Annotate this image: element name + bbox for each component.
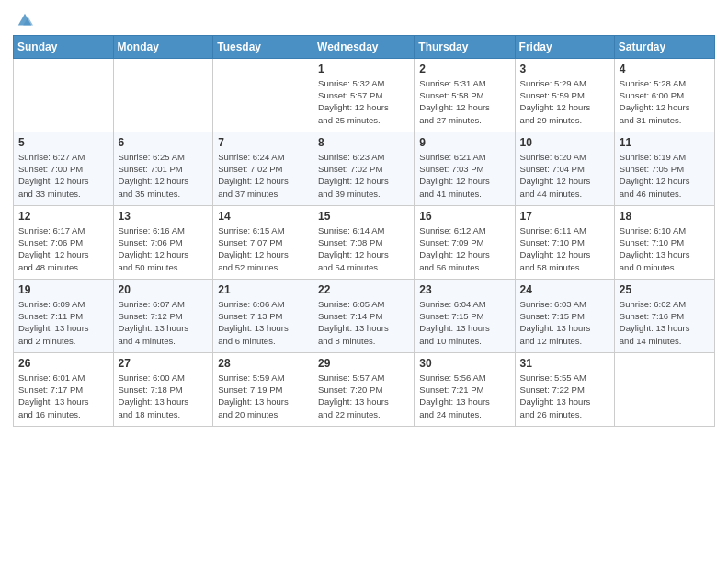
- day-info: Sunrise: 5:59 AM Sunset: 7:19 PM Dayligh…: [218, 372, 308, 420]
- calendar-table: SundayMondayTuesdayWednesdayThursdayFrid…: [13, 35, 715, 427]
- day-info: Sunrise: 6:03 AM Sunset: 7:15 PM Dayligh…: [520, 298, 609, 347]
- day-header-thursday: Thursday: [415, 35, 515, 58]
- day-info: Sunrise: 5:32 AM Sunset: 5:57 PM Dayligh…: [318, 77, 409, 126]
- day-info: Sunrise: 5:31 AM Sunset: 5:58 PM Dayligh…: [419, 77, 509, 126]
- day-number: 29: [318, 357, 409, 370]
- calendar-cell: 2Sunrise: 5:31 AM Sunset: 5:58 PM Daylig…: [415, 58, 515, 132]
- calendar-cell: [14, 58, 114, 132]
- day-number: 6: [119, 136, 209, 149]
- calendar-cell: 16Sunrise: 6:12 AM Sunset: 7:09 PM Dayli…: [415, 205, 515, 279]
- day-number: 17: [520, 210, 609, 223]
- day-number: 4: [620, 63, 710, 75]
- day-info: Sunrise: 6:17 AM Sunset: 7:06 PM Dayligh…: [18, 224, 108, 273]
- calendar-cell: 28Sunrise: 5:59 AM Sunset: 7:19 PM Dayli…: [213, 352, 313, 426]
- calendar-cell: 27Sunrise: 6:00 AM Sunset: 7:18 PM Dayli…: [113, 352, 213, 426]
- day-info: Sunrise: 6:20 AM Sunset: 7:04 PM Dayligh…: [520, 151, 609, 200]
- calendar-week-3: 12Sunrise: 6:17 AM Sunset: 7:06 PM Dayli…: [14, 205, 715, 279]
- day-info: Sunrise: 5:57 AM Sunset: 7:20 PM Dayligh…: [318, 372, 409, 420]
- calendar-cell: 8Sunrise: 6:23 AM Sunset: 7:02 PM Daylig…: [313, 132, 415, 205]
- page: SundayMondayTuesdayWednesdayThursdayFrid…: [0, 0, 728, 563]
- day-number: 8: [318, 136, 409, 149]
- day-info: Sunrise: 6:04 AM Sunset: 7:15 PM Dayligh…: [419, 298, 509, 347]
- day-number: 14: [218, 210, 308, 223]
- day-header-tuesday: Tuesday: [213, 35, 313, 58]
- calendar-cell: 25Sunrise: 6:02 AM Sunset: 7:16 PM Dayli…: [614, 279, 714, 352]
- day-number: 7: [218, 136, 308, 149]
- day-number: 31: [520, 357, 609, 370]
- calendar-cell: 18Sunrise: 6:10 AM Sunset: 7:10 PM Dayli…: [614, 205, 714, 279]
- day-number: 11: [620, 136, 710, 149]
- day-info: Sunrise: 6:14 AM Sunset: 7:08 PM Dayligh…: [318, 224, 409, 273]
- day-info: Sunrise: 6:02 AM Sunset: 7:16 PM Dayligh…: [620, 298, 710, 347]
- day-number: 25: [620, 283, 710, 296]
- calendar-cell: 22Sunrise: 6:05 AM Sunset: 7:14 PM Dayli…: [313, 279, 415, 352]
- day-info: Sunrise: 6:06 AM Sunset: 7:13 PM Dayligh…: [218, 298, 308, 347]
- day-info: Sunrise: 6:07 AM Sunset: 7:12 PM Dayligh…: [119, 298, 209, 347]
- day-info: Sunrise: 6:09 AM Sunset: 7:11 PM Dayligh…: [18, 298, 108, 347]
- calendar-cell: 9Sunrise: 6:21 AM Sunset: 7:03 PM Daylig…: [415, 132, 515, 205]
- day-number: 20: [119, 283, 209, 296]
- header: [13, 9, 715, 29]
- day-info: Sunrise: 6:00 AM Sunset: 7:18 PM Dayligh…: [119, 372, 209, 420]
- day-number: 24: [520, 283, 609, 296]
- day-info: Sunrise: 6:10 AM Sunset: 7:10 PM Dayligh…: [620, 224, 710, 273]
- calendar-cell: 14Sunrise: 6:15 AM Sunset: 7:07 PM Dayli…: [213, 205, 313, 279]
- calendar-cell: 12Sunrise: 6:17 AM Sunset: 7:06 PM Dayli…: [14, 205, 114, 279]
- day-number: 15: [318, 210, 409, 223]
- calendar-cell: 17Sunrise: 6:11 AM Sunset: 7:10 PM Dayli…: [515, 205, 614, 279]
- calendar-cell: 30Sunrise: 5:56 AM Sunset: 7:21 PM Dayli…: [415, 352, 515, 426]
- day-info: Sunrise: 6:05 AM Sunset: 7:14 PM Dayligh…: [318, 298, 409, 347]
- day-info: Sunrise: 5:29 AM Sunset: 5:59 PM Dayligh…: [520, 77, 609, 126]
- day-number: 28: [218, 357, 308, 370]
- calendar-cell: 20Sunrise: 6:07 AM Sunset: 7:12 PM Dayli…: [113, 279, 213, 352]
- day-info: Sunrise: 5:28 AM Sunset: 6:00 PM Dayligh…: [620, 77, 710, 126]
- calendar-cell: 29Sunrise: 5:57 AM Sunset: 7:20 PM Dayli…: [313, 352, 415, 426]
- calendar-week-5: 26Sunrise: 6:01 AM Sunset: 7:17 PM Dayli…: [14, 352, 715, 426]
- calendar-cell: 15Sunrise: 6:14 AM Sunset: 7:08 PM Dayli…: [313, 205, 415, 279]
- day-info: Sunrise: 6:16 AM Sunset: 7:06 PM Dayligh…: [119, 224, 209, 273]
- calendar-cell: 24Sunrise: 6:03 AM Sunset: 7:15 PM Dayli…: [515, 279, 614, 352]
- calendar-week-1: 1Sunrise: 5:32 AM Sunset: 5:57 PM Daylig…: [14, 58, 715, 132]
- day-header-friday: Friday: [515, 35, 614, 58]
- calendar-cell: 11Sunrise: 6:19 AM Sunset: 7:05 PM Dayli…: [614, 132, 714, 205]
- calendar-cell: 5Sunrise: 6:27 AM Sunset: 7:00 PM Daylig…: [14, 132, 114, 205]
- day-info: Sunrise: 6:15 AM Sunset: 7:07 PM Dayligh…: [218, 224, 308, 273]
- calendar-cell: 13Sunrise: 6:16 AM Sunset: 7:06 PM Dayli…: [113, 205, 213, 279]
- day-number: 19: [18, 283, 108, 296]
- calendar-week-2: 5Sunrise: 6:27 AM Sunset: 7:00 PM Daylig…: [14, 132, 715, 205]
- day-info: Sunrise: 6:27 AM Sunset: 7:00 PM Dayligh…: [18, 151, 108, 200]
- day-header-monday: Monday: [113, 35, 213, 58]
- calendar-cell: 31Sunrise: 5:55 AM Sunset: 7:22 PM Dayli…: [515, 352, 614, 426]
- calendar-cell: 4Sunrise: 5:28 AM Sunset: 6:00 PM Daylig…: [614, 58, 714, 132]
- day-info: Sunrise: 6:01 AM Sunset: 7:17 PM Dayligh…: [18, 372, 108, 420]
- calendar-cell: [213, 58, 313, 132]
- day-info: Sunrise: 6:25 AM Sunset: 7:01 PM Dayligh…: [119, 151, 209, 200]
- day-number: 3: [520, 63, 609, 75]
- day-info: Sunrise: 6:23 AM Sunset: 7:02 PM Dayligh…: [318, 151, 409, 200]
- logo: [13, 13, 35, 29]
- day-number: 23: [419, 283, 509, 296]
- day-number: 26: [18, 357, 108, 370]
- calendar-cell: 6Sunrise: 6:25 AM Sunset: 7:01 PM Daylig…: [113, 132, 213, 205]
- day-number: 22: [318, 283, 409, 296]
- calendar-cell: 21Sunrise: 6:06 AM Sunset: 7:13 PM Dayli…: [213, 279, 313, 352]
- day-number: 27: [119, 357, 209, 370]
- logo-text: [13, 13, 35, 29]
- calendar-cell: 1Sunrise: 5:32 AM Sunset: 5:57 PM Daylig…: [313, 58, 415, 132]
- calendar-cell: 19Sunrise: 6:09 AM Sunset: 7:11 PM Dayli…: [14, 279, 114, 352]
- day-number: 13: [119, 210, 209, 223]
- calendar-cell: 7Sunrise: 6:24 AM Sunset: 7:02 PM Daylig…: [213, 132, 313, 205]
- calendar-cell: [113, 58, 213, 132]
- day-number: 16: [419, 210, 509, 223]
- calendar-cell: 3Sunrise: 5:29 AM Sunset: 5:59 PM Daylig…: [515, 58, 614, 132]
- day-info: Sunrise: 6:19 AM Sunset: 7:05 PM Dayligh…: [620, 151, 710, 200]
- day-number: 9: [419, 136, 509, 149]
- day-number: 30: [419, 357, 509, 370]
- calendar-cell: 26Sunrise: 6:01 AM Sunset: 7:17 PM Dayli…: [14, 352, 114, 426]
- day-number: 18: [620, 210, 710, 223]
- day-info: Sunrise: 6:11 AM Sunset: 7:10 PM Dayligh…: [520, 224, 609, 273]
- calendar-header-row: SundayMondayTuesdayWednesdayThursdayFrid…: [14, 35, 715, 58]
- day-number: 1: [318, 63, 409, 75]
- day-header-saturday: Saturday: [614, 35, 714, 58]
- day-header-sunday: Sunday: [14, 35, 114, 58]
